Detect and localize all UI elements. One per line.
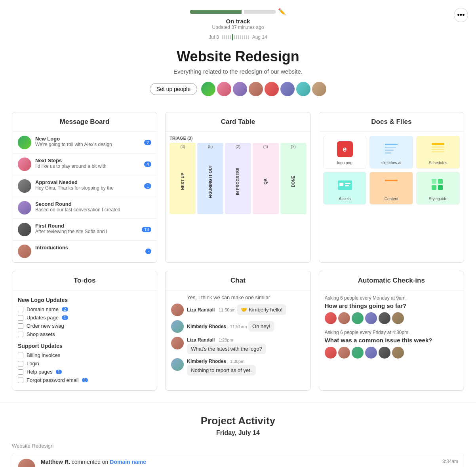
message-item[interactable]: Approval Needed Hey Gina, Thanks for sto… — [12, 175, 157, 197]
more-options-button[interactable]: ••• — [454, 8, 468, 22]
checkin-sub: Asking 6 people every Monday at 9am. — [325, 295, 458, 301]
chat-message: Yes, I think we can make one similar — [171, 294, 305, 300]
avatar[interactable] — [325, 347, 337, 359]
todo-checkbox[interactable] — [18, 361, 23, 366]
todo-label: Order new swag — [27, 323, 64, 329]
avatar[interactable] — [280, 82, 295, 96]
checkin-question: What was a common issue this week? — [325, 337, 458, 344]
svg-rect-12 — [385, 180, 398, 181]
doc-thumb: e — [327, 139, 363, 159]
chat-widget: Chat Yes, I think we can make one simila… — [165, 271, 310, 391]
doc-name: sketches.ai — [373, 161, 409, 165]
todo-label: Forgot password email — [27, 377, 79, 383]
todo-checkbox[interactable] — [18, 323, 23, 329]
docs-files-widget: Docs & Files e logo.png — [319, 112, 464, 263]
tick — [234, 35, 235, 39]
chat-bubble: 🤝 Kimberly hello! — [237, 304, 286, 315]
column-next-up[interactable]: (3) NEXT UP — [169, 143, 196, 214]
chat-bubble: Nothing to report as of yet. — [187, 365, 255, 376]
doc-item[interactable]: Schedules — [416, 136, 460, 169]
columns-row: (3) NEXT UP (5) FIGURING IT OUT (2) IN P… — [169, 143, 306, 214]
docs-files-title: Docs & Files — [319, 112, 464, 132]
avatar — [18, 136, 31, 149]
column-qa[interactable]: (4) QA — [253, 143, 279, 214]
setup-people-button[interactable]: Set up people — [150, 83, 197, 95]
column-figuring[interactable]: (5) FIGURING IT OUT — [197, 143, 223, 214]
chat-time: 11:51am — [230, 324, 247, 329]
chat-content: Yes, I think we can make one similar Liz… — [166, 290, 310, 383]
chat-message-item: Liza Randall 1:28pm What's the latest wi… — [171, 337, 305, 354]
avatar[interactable] — [338, 312, 350, 324]
todo-item: Shop assets — [18, 331, 151, 337]
tick — [240, 35, 241, 39]
avatar — [171, 304, 184, 316]
chat-sender: Kimberly Rhodes — [187, 324, 226, 329]
tick — [238, 35, 239, 39]
avatar[interactable] — [392, 312, 404, 324]
message-body: Next Steps I'd like us to play around a … — [35, 158, 140, 169]
svg-rect-2 — [385, 150, 394, 151]
doc-item[interactable]: Assets — [323, 172, 367, 205]
chat-message-item: Kimberly Rhodes 11:51am Oh hey! — [171, 320, 305, 333]
avatar[interactable] — [217, 82, 231, 96]
message-item[interactable]: First Round After reviewing the site Sof… — [12, 219, 157, 241]
column-in-progress[interactable]: (2) IN PROGRESS — [225, 143, 251, 214]
chat-message-item: Kimberly Rhodes 1:30pm Nothing to report… — [171, 358, 305, 376]
chat-bubble-wrap: Kimberly Rhodes 11:51am Oh hey! — [187, 320, 305, 333]
avatar[interactable] — [201, 82, 215, 96]
todo-checkbox[interactable] — [18, 307, 23, 312]
todo-badge: 1 — [82, 378, 88, 382]
message-preview: I'd like us to play around a bit with — [35, 163, 140, 169]
tick — [246, 35, 247, 39]
chat-title: Chat — [166, 271, 310, 290]
avatar[interactable] — [365, 347, 377, 359]
doc-item[interactable]: e logo.png — [323, 136, 367, 169]
avatar-group — [201, 82, 326, 96]
todo-checkbox[interactable] — [18, 378, 23, 383]
timeline-end: Aug 14 — [250, 34, 270, 40]
message-item[interactable]: Second Round Based on our last conversat… — [12, 197, 157, 219]
avatar[interactable] — [312, 82, 326, 96]
avatar[interactable] — [338, 347, 350, 359]
avatar — [18, 201, 31, 215]
column-done[interactable]: (2) DONE — [280, 143, 307, 214]
avatar[interactable] — [379, 312, 390, 324]
todo-checkbox[interactable] — [18, 332, 23, 337]
chat-sender: Kimberly Rhodes — [187, 359, 226, 364]
avatar — [171, 337, 184, 349]
todos-title: To-dos — [12, 271, 157, 290]
avatar[interactable] — [233, 82, 247, 96]
todo-checkbox[interactable] — [18, 353, 23, 358]
avatar[interactable] — [265, 82, 279, 96]
message-item[interactable]: Next Steps I'd like us to play around a … — [12, 154, 157, 175]
message-item[interactable]: New Logo We're going to roll with Alex's… — [12, 132, 157, 154]
svg-rect-10 — [345, 183, 350, 184]
todos-content: New Logo Updates Domain name 2 Updates p… — [12, 290, 157, 390]
avatar — [18, 179, 31, 193]
avatar — [18, 459, 35, 467]
todo-checkbox[interactable] — [18, 369, 23, 375]
avatar[interactable] — [379, 347, 390, 359]
doc-item[interactable]: Styleguide — [416, 172, 460, 205]
doc-item[interactable]: sketches.ai — [369, 136, 413, 169]
avatar[interactable] — [365, 312, 377, 324]
avatar[interactable] — [392, 347, 404, 359]
progress-done — [190, 10, 242, 14]
doc-item[interactable]: Content — [369, 172, 413, 205]
chat-message-item: Liza Randall 11:50am 🤝 Kimberly hello! — [171, 304, 305, 316]
todo-checkbox[interactable] — [18, 315, 23, 321]
avatar[interactable] — [296, 82, 310, 96]
edit-icon[interactable]: ✏️ — [278, 8, 286, 15]
todo-group-title: New Logo Updates — [18, 297, 151, 303]
avatar[interactable] — [352, 347, 364, 359]
avatar[interactable] — [352, 312, 364, 324]
activity-who: Matthew R. commented on Domain name — [41, 459, 146, 465]
page-header: ••• ✏️ On track Updated 37 minutes ago J… — [0, 0, 476, 112]
avatar[interactable] — [249, 82, 263, 96]
avatar[interactable] — [325, 312, 337, 324]
card-table-content: TRIAGE (3) (3) NEXT UP (5) FIGURING IT O… — [166, 132, 310, 218]
svg-rect-17 — [438, 179, 443, 184]
activity-link[interactable]: Domain name — [110, 459, 146, 465]
message-body: New Logo We're going to roll with Alex's… — [35, 136, 140, 147]
message-item[interactable]: Introductions · — [12, 241, 157, 262]
